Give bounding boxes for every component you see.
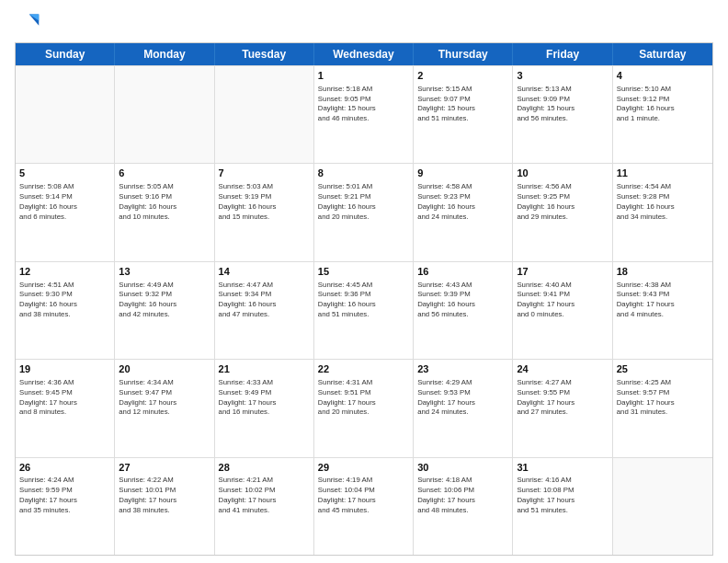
cell-text: Sunrise: 4:31 AM Sunset: 9:51 PM Dayligh…: [318, 378, 409, 418]
cell-text: Sunrise: 5:18 AM Sunset: 9:05 PM Dayligh…: [318, 85, 409, 124]
cell-text: Sunrise: 4:58 AM Sunset: 9:23 PM Dayligh…: [417, 182, 508, 222]
day-number: 21: [219, 362, 310, 376]
cell-text: Sunrise: 4:18 AM Sunset: 10:06 PM Daylig…: [417, 476, 508, 515]
day-number: 2: [417, 69, 508, 83]
calendar-cell: 3Sunrise: 5:13 AM Sunset: 9:09 PM Daylig…: [513, 66, 612, 163]
calendar-cell: [215, 66, 314, 163]
day-number: 19: [19, 362, 110, 376]
day-number: 13: [119, 265, 210, 279]
calendar-header-cell: Thursday: [414, 43, 513, 65]
cell-text: Sunrise: 4:56 AM Sunset: 9:25 PM Dayligh…: [517, 182, 608, 222]
calendar-header-cell: Wednesday: [314, 43, 414, 65]
calendar-cell: 13Sunrise: 4:49 AM Sunset: 9:32 PM Dayli…: [115, 262, 214, 359]
cell-text: Sunrise: 4:51 AM Sunset: 9:30 PM Dayligh…: [19, 281, 110, 320]
calendar-cell: 18Sunrise: 4:38 AM Sunset: 9:43 PM Dayli…: [613, 262, 712, 359]
cell-text: Sunrise: 4:19 AM Sunset: 10:04 PM Daylig…: [318, 476, 409, 515]
calendar-header-cell: Tuesday: [215, 43, 314, 65]
cell-text: Sunrise: 4:22 AM Sunset: 10:01 PM Daylig…: [119, 476, 210, 515]
day-number: 27: [119, 461, 210, 475]
cell-text: Sunrise: 5:01 AM Sunset: 9:21 PM Dayligh…: [318, 182, 409, 222]
calendar-header-cell: Sunday: [16, 43, 115, 65]
day-number: 28: [219, 461, 310, 475]
calendar-cell: 15Sunrise: 4:45 AM Sunset: 9:36 PM Dayli…: [314, 262, 414, 359]
cell-text: Sunrise: 4:47 AM Sunset: 9:34 PM Dayligh…: [219, 281, 310, 320]
cell-text: Sunrise: 4:45 AM Sunset: 9:36 PM Dayligh…: [318, 281, 409, 320]
calendar-body: 1Sunrise: 5:18 AM Sunset: 9:05 PM Daylig…: [16, 65, 712, 555]
cell-text: Sunrise: 4:24 AM Sunset: 9:59 PM Dayligh…: [19, 476, 110, 515]
calendar-cell: [613, 458, 712, 555]
calendar-row: 1Sunrise: 5:18 AM Sunset: 9:05 PM Daylig…: [16, 65, 712, 163]
cell-text: Sunrise: 5:05 AM Sunset: 9:16 PM Dayligh…: [119, 182, 210, 222]
day-number: 3: [517, 69, 608, 83]
day-number: 15: [318, 265, 409, 279]
calendar-header-cell: Saturday: [613, 43, 712, 65]
calendar-cell: 10Sunrise: 4:56 AM Sunset: 9:25 PM Dayli…: [513, 164, 612, 260]
calendar-cell: 29Sunrise: 4:19 AM Sunset: 10:04 PM Dayl…: [314, 458, 414, 555]
calendar-cell: 16Sunrise: 4:43 AM Sunset: 9:39 PM Dayli…: [414, 262, 513, 359]
calendar-cell: 14Sunrise: 4:47 AM Sunset: 9:34 PM Dayli…: [215, 262, 314, 359]
calendar-cell: 11Sunrise: 4:54 AM Sunset: 9:28 PM Dayli…: [613, 164, 712, 260]
day-number: 31: [517, 461, 608, 475]
day-number: 1: [318, 69, 409, 83]
calendar-cell: 20Sunrise: 4:34 AM Sunset: 9:47 PM Dayli…: [115, 360, 214, 456]
day-number: 16: [417, 265, 508, 279]
cell-text: Sunrise: 4:38 AM Sunset: 9:43 PM Dayligh…: [617, 281, 709, 320]
day-number: 9: [417, 167, 508, 180]
day-number: 12: [19, 265, 110, 279]
day-number: 17: [517, 265, 608, 279]
day-number: 22: [318, 362, 409, 376]
day-number: 14: [219, 265, 310, 279]
calendar-cell: 19Sunrise: 4:36 AM Sunset: 9:45 PM Dayli…: [16, 360, 115, 456]
calendar-cell: 9Sunrise: 4:58 AM Sunset: 9:23 PM Daylig…: [414, 164, 513, 260]
cell-text: Sunrise: 4:49 AM Sunset: 9:32 PM Dayligh…: [119, 281, 210, 320]
calendar-cell: 1Sunrise: 5:18 AM Sunset: 9:05 PM Daylig…: [314, 66, 414, 163]
cell-text: Sunrise: 5:15 AM Sunset: 9:07 PM Dayligh…: [417, 85, 508, 124]
calendar-cell: 17Sunrise: 4:40 AM Sunset: 9:41 PM Dayli…: [513, 262, 612, 359]
day-number: 4: [617, 69, 709, 83]
day-number: 29: [318, 461, 409, 475]
calendar-cell: 28Sunrise: 4:21 AM Sunset: 10:02 PM Dayl…: [215, 458, 314, 555]
day-number: 24: [517, 362, 608, 376]
day-number: 23: [417, 362, 508, 376]
logo: [15, 11, 44, 37]
calendar-cell: [115, 66, 214, 163]
day-number: 5: [19, 167, 110, 180]
cell-text: Sunrise: 4:54 AM Sunset: 9:28 PM Dayligh…: [617, 182, 709, 222]
cell-text: Sunrise: 4:27 AM Sunset: 9:55 PM Dayligh…: [517, 378, 608, 418]
day-number: 7: [219, 167, 310, 180]
calendar-cell: 23Sunrise: 4:29 AM Sunset: 9:53 PM Dayli…: [414, 360, 513, 456]
calendar-cell: 6Sunrise: 5:05 AM Sunset: 9:16 PM Daylig…: [115, 164, 214, 260]
calendar-cell: 21Sunrise: 4:33 AM Sunset: 9:49 PM Dayli…: [215, 360, 314, 456]
calendar-cell: 27Sunrise: 4:22 AM Sunset: 10:01 PM Dayl…: [115, 458, 214, 555]
cell-text: Sunrise: 5:13 AM Sunset: 9:09 PM Dayligh…: [517, 85, 608, 124]
cell-text: Sunrise: 4:34 AM Sunset: 9:47 PM Dayligh…: [119, 378, 210, 418]
cell-text: Sunrise: 4:40 AM Sunset: 9:41 PM Dayligh…: [517, 281, 608, 320]
cell-text: Sunrise: 4:16 AM Sunset: 10:08 PM Daylig…: [517, 476, 608, 515]
cell-text: Sunrise: 4:25 AM Sunset: 9:57 PM Dayligh…: [617, 378, 709, 418]
day-number: 6: [119, 167, 210, 180]
calendar: SundayMondayTuesdayWednesdayThursdayFrid…: [15, 42, 713, 556]
calendar-cell: 22Sunrise: 4:31 AM Sunset: 9:51 PM Dayli…: [314, 360, 414, 456]
day-number: 26: [19, 461, 110, 475]
calendar-cell: 25Sunrise: 4:25 AM Sunset: 9:57 PM Dayli…: [613, 360, 712, 456]
day-number: 18: [617, 265, 709, 279]
logo-icon: [15, 11, 40, 37]
header: [15, 11, 713, 37]
cell-text: Sunrise: 4:29 AM Sunset: 9:53 PM Dayligh…: [417, 378, 508, 418]
cell-text: Sunrise: 4:43 AM Sunset: 9:39 PM Dayligh…: [417, 281, 508, 320]
day-number: 25: [617, 362, 709, 376]
calendar-cell: 26Sunrise: 4:24 AM Sunset: 9:59 PM Dayli…: [16, 458, 115, 555]
calendar-row: 19Sunrise: 4:36 AM Sunset: 9:45 PM Dayli…: [16, 359, 712, 456]
calendar-row: 26Sunrise: 4:24 AM Sunset: 9:59 PM Dayli…: [16, 457, 712, 555]
cell-text: Sunrise: 5:08 AM Sunset: 9:14 PM Dayligh…: [19, 182, 110, 222]
cell-text: Sunrise: 5:03 AM Sunset: 9:19 PM Dayligh…: [219, 182, 310, 222]
calendar-cell: 8Sunrise: 5:01 AM Sunset: 9:21 PM Daylig…: [314, 164, 414, 260]
calendar-cell: 5Sunrise: 5:08 AM Sunset: 9:14 PM Daylig…: [16, 164, 115, 260]
day-number: 10: [517, 167, 608, 180]
calendar-cell: 2Sunrise: 5:15 AM Sunset: 9:07 PM Daylig…: [414, 66, 513, 163]
cell-text: Sunrise: 5:10 AM Sunset: 9:12 PM Dayligh…: [617, 85, 709, 124]
calendar-row: 12Sunrise: 4:51 AM Sunset: 9:30 PM Dayli…: [16, 261, 712, 359]
cell-text: Sunrise: 4:33 AM Sunset: 9:49 PM Dayligh…: [219, 378, 310, 418]
calendar-cell: [16, 66, 115, 163]
cell-text: Sunrise: 4:36 AM Sunset: 9:45 PM Dayligh…: [19, 378, 110, 418]
